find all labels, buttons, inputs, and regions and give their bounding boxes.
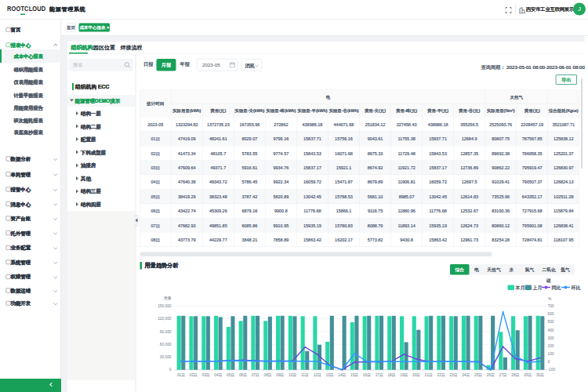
svg-text:24日: 24日 (462, 373, 470, 377)
svg-text:01日: 01日 (177, 373, 185, 377)
svg-text:08日: 08日 (263, 373, 271, 377)
svg-text:60,000: 60,000 (160, 343, 172, 347)
svg-text:19日: 19日 (400, 373, 408, 377)
svg-text:04日: 04日 (214, 373, 222, 377)
svg-text:22日: 22日 (437, 373, 445, 377)
svg-text:23日: 23日 (449, 373, 457, 377)
svg-text:05日: 05日 (227, 373, 234, 377)
svg-text:150,000: 150,000 (158, 304, 172, 308)
svg-text:200: 200 (548, 344, 554, 348)
svg-text:14日: 14日 (338, 373, 346, 377)
svg-text:06日: 06日 (239, 373, 247, 377)
svg-text:21日: 21日 (425, 373, 433, 377)
svg-text:28日: 28日 (511, 373, 519, 377)
svg-text:0: 0 (169, 368, 172, 372)
svg-text:0: 0 (548, 360, 550, 364)
svg-text:700: 700 (548, 304, 554, 308)
svg-text:30日: 30日 (536, 373, 544, 377)
svg-text:120,000: 120,000 (158, 317, 172, 321)
svg-text:03日: 03日 (202, 373, 210, 377)
svg-text:100: 100 (548, 352, 554, 356)
svg-text:26日: 26日 (487, 373, 495, 377)
svg-text:07日: 07日 (252, 373, 260, 377)
svg-text:16日: 16日 (363, 373, 371, 377)
svg-text:10日: 10日 (289, 373, 296, 377)
svg-text:用量: 用量 (164, 296, 172, 301)
svg-text:12日: 12日 (314, 373, 321, 377)
svg-text:29日: 29日 (524, 373, 532, 377)
svg-text:27日: 27日 (499, 373, 507, 377)
svg-text:30,000: 30,000 (160, 355, 172, 359)
svg-text:300: 300 (548, 336, 554, 340)
svg-text:500: 500 (548, 320, 554, 324)
svg-text:02日: 02日 (190, 373, 198, 377)
svg-text:25日: 25日 (474, 373, 482, 377)
svg-text:11日: 11日 (301, 373, 309, 377)
svg-text:17日: 17日 (376, 373, 383, 377)
svg-text:-100: -100 (548, 368, 556, 372)
svg-text:90,000: 90,000 (160, 330, 172, 334)
svg-text:600: 600 (548, 312, 554, 316)
svg-text:18日: 18日 (387, 373, 395, 377)
svg-text:13日: 13日 (325, 373, 333, 377)
svg-text:15日: 15日 (350, 373, 358, 377)
svg-text:09日: 09日 (276, 373, 284, 377)
svg-text:20日: 20日 (412, 373, 420, 377)
svg-text:%: % (548, 297, 552, 301)
svg-text:400: 400 (548, 328, 554, 332)
